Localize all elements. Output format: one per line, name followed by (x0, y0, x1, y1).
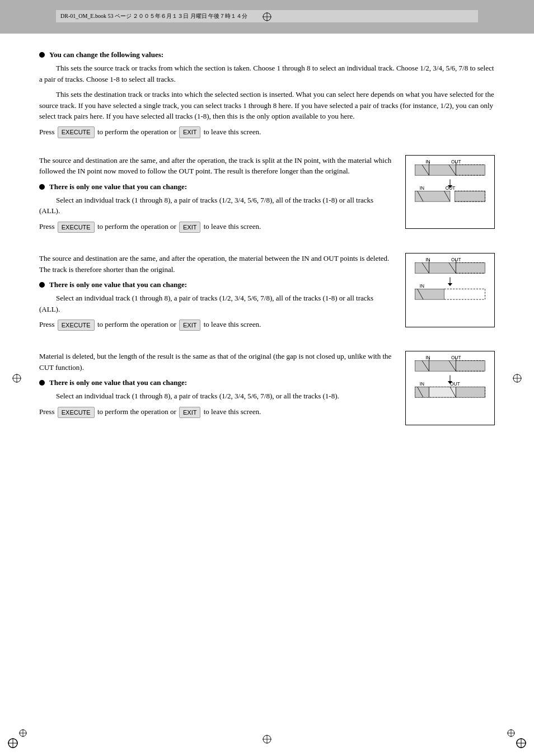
cut-select-text: Select an individual track (1 through 8)… (39, 293, 394, 314)
section-source-dest: You can change the following values: Thi… (39, 50, 495, 138)
svg-text:OUT: OUT (450, 382, 460, 387)
svg-rect-36 (455, 191, 485, 201)
svg-text:OUT: OUT (451, 355, 461, 361)
bullet-dot-split (39, 184, 45, 190)
bullet-heading-values: You can change the following values: (39, 50, 495, 59)
erase-select-text: Select an individual track (1 through 8)… (39, 391, 394, 402)
bottom-right-corner-outer (516, 738, 526, 748)
exit-btn-4[interactable]: EXIT (179, 407, 200, 419)
svg-text:IN: IN (420, 382, 424, 387)
svg-text:IN: IN (420, 283, 424, 289)
section-erase-text: Material is deleted, but the length of t… (39, 351, 394, 425)
diagram-split-box: IN OUT (405, 155, 495, 229)
section-cut-text: The source and destination are the same,… (39, 253, 394, 334)
execute-btn-2[interactable]: EXECUTE (58, 222, 95, 233)
svg-text:OUT: OUT (446, 185, 456, 191)
split-select-text: Select an individual track (1 through 8)… (39, 195, 394, 217)
section-split: The source and destination are the same,… (39, 155, 495, 236)
bullet-split-text: There is only one value that you can cha… (49, 182, 187, 191)
cut-intro: The source and destination are the same,… (39, 253, 394, 275)
para-dest-track: This sets the destination track or track… (39, 89, 495, 122)
bottom-right-corner-inner (507, 729, 515, 737)
execute-btn-1[interactable]: EXECUTE (58, 126, 95, 138)
bottom-left-corner-inner (19, 729, 27, 737)
svg-marker-54 (448, 283, 452, 286)
diagram-cut-svg: IN OUT IN (409, 257, 491, 321)
top-center-mark (263, 12, 271, 21)
press-line-3: Press EXECUTE to perform the operation o… (39, 319, 394, 331)
diagram-split-svg: IN OUT (409, 159, 491, 223)
press-line-1: Press EXECUTE to perform the operation o… (39, 126, 495, 138)
erase-intro: Material is deleted, but the length of t… (39, 351, 394, 373)
bullet-heading-split: There is only one value that you can cha… (39, 182, 394, 191)
para-source-track: This sets the source track or tracks fro… (39, 63, 495, 84)
execute-btn-3[interactable]: EXECUTE (58, 320, 95, 331)
press-line-2: Press EXECUTE to perform the operation o… (39, 221, 394, 233)
svg-rect-55 (415, 289, 444, 299)
diagram-erase-svg: IN OUT (409, 355, 491, 419)
diagram-erase-box: IN OUT (405, 351, 495, 425)
bullet-heading-erase: There is only one value that you can cha… (39, 378, 394, 387)
bullet-erase-text: There is only one value that you can cha… (49, 378, 187, 387)
svg-text:OUT: OUT (451, 257, 461, 262)
svg-text:OUT: OUT (451, 159, 461, 165)
bottom-left-corner-outer (8, 738, 18, 748)
exit-btn-2[interactable]: EXIT (179, 222, 200, 233)
bullet-cut-text: There is only one value that you can cha… (49, 280, 187, 289)
bullet-dot-erase (39, 380, 45, 386)
svg-rect-74 (456, 387, 485, 398)
diagram-erase: IN OUT (405, 351, 495, 425)
bullet-heading-cut: There is only one value that you can cha… (39, 280, 394, 289)
execute-btn-4[interactable]: EXECUTE (58, 407, 95, 419)
exit-btn-1[interactable]: EXIT (179, 126, 200, 138)
diagram-cut-box: IN OUT IN (405, 253, 495, 327)
svg-text:IN: IN (425, 355, 430, 361)
svg-rect-73 (415, 387, 429, 398)
svg-text:IN: IN (425, 257, 430, 262)
bottom-center-mark (263, 735, 271, 744)
section-split-text: The source and destination are the same,… (39, 155, 394, 236)
svg-text:IN: IN (425, 159, 430, 165)
svg-text:IN: IN (420, 185, 424, 191)
exit-btn-3[interactable]: EXIT (179, 320, 200, 331)
left-center-mark (12, 374, 21, 383)
split-intro: The source and destination are the same,… (39, 155, 394, 177)
diagram-split: IN OUT (405, 155, 495, 236)
bullet-values-text: You can change the following values: (49, 50, 163, 59)
right-center-mark (513, 374, 522, 383)
bullet-dot-values (39, 52, 45, 58)
press-line-4: Press EXECUTE to perform the operation o… (39, 406, 394, 418)
section-erase: Material is deleted, but the length of t… (39, 351, 495, 425)
diagram-cut: IN OUT IN (405, 253, 495, 334)
bullet-dot-cut (39, 282, 45, 288)
section-cut: The source and destination are the same,… (39, 253, 495, 334)
